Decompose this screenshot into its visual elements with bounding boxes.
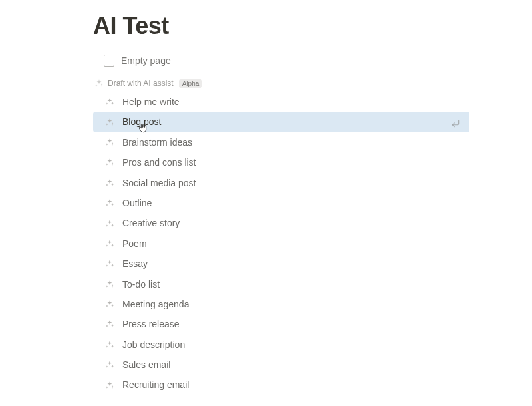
sparkle-icon [105,360,114,369]
page-title[interactable]: AI Test [93,12,532,40]
ai-menu: Help me writeBlog postBrainstorm ideasPr… [93,92,469,395]
ai-section-header: Draft with AI assist Alpha [94,79,532,88]
ai-menu-item[interactable]: Blog post [93,112,469,132]
ai-menu-item-label: Brainstorm ideas [122,135,464,150]
ai-menu-item-label: Blog post [122,114,443,129]
sparkle-icon [105,319,114,329]
enter-icon [451,118,460,127]
sparkle-icon [105,259,114,268]
ai-menu-item[interactable]: Pros and cons list [93,152,469,172]
sparkle-icon [105,178,114,188]
ai-menu-item[interactable]: Job description [93,335,469,355]
ai-menu-item-label: To-do list [122,277,464,292]
sparkle-icon [105,381,114,390]
ai-menu-item[interactable]: Sales email [93,355,469,375]
ai-menu-item[interactable]: Help me write [93,92,469,112]
ai-menu-item[interactable]: Recruiting email [93,375,469,395]
ai-menu-item-label: Sales email [122,357,464,372]
sparkle-icon [105,300,114,309]
ai-menu-item-label: Press release [122,317,464,331]
ai-menu-item[interactable]: Meeting agenda [93,294,469,314]
ai-menu-item-label: Pros and cons list [122,155,464,170]
page-content: AI Test Empty page Draft with AI assist … [0,0,532,406]
ai-menu-item-label: Creative story [122,216,464,230]
ai-menu-item-label: Recruiting email [122,377,464,392]
empty-page-option[interactable]: Empty page [102,52,532,69]
ai-menu-item[interactable]: To-do list [93,274,469,294]
ai-menu-item[interactable]: Press release [93,314,469,334]
sparkle-icon [105,158,114,167]
sparkle-icon [105,340,114,349]
ai-menu-item[interactable]: Poem [93,234,469,254]
ai-menu-item[interactable]: Brainstorm ideas [93,132,469,152]
alpha-badge: Alpha [179,79,203,88]
sparkle-icon [105,118,114,127]
ai-menu-item[interactable]: Social media post [93,173,469,193]
ai-menu-item-label: Essay [122,256,464,271]
ai-section-header-label: Draft with AI assist [108,79,174,88]
sparkle-icon [94,79,104,88]
sparkle-icon [105,97,114,106]
ai-menu-item-label: Meeting agenda [122,297,464,311]
ai-menu-item-label: Social media post [122,176,464,190]
ai-menu-item-label: Poem [122,236,464,251]
sparkle-icon [105,198,114,208]
ai-menu-item[interactable]: Outline [93,193,469,213]
sparkle-icon [105,219,114,228]
ai-menu-item-label: Help me write [122,95,464,109]
bottom-fade [0,399,532,406]
page-icon [104,55,114,67]
ai-menu-item[interactable]: Essay [93,254,469,274]
empty-page-label: Empty page [121,55,171,66]
ai-menu-item-label: Job description [122,337,464,352]
sparkle-icon [105,280,114,289]
ai-menu-item[interactable]: Creative story [93,213,469,233]
sparkle-icon [105,239,114,248]
ai-menu-item-label: Outline [122,196,464,210]
sparkle-icon [105,138,114,147]
